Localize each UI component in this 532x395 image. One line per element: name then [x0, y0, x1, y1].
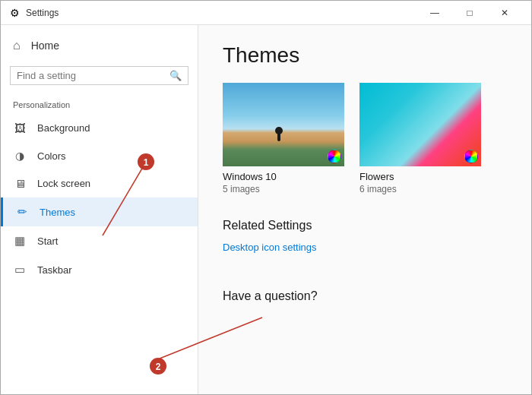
related-settings-title: Related Settings: [223, 219, 507, 232]
beach-figure: [277, 131, 280, 141]
title-bar: ⚙ Settings — □ ✕: [1, 1, 531, 25]
theme-count-flowers: 6 images: [359, 184, 481, 194]
theme-name-windows10: Windows 10: [223, 171, 344, 182]
nav-label-start: Start: [37, 235, 58, 247]
home-label: Home: [31, 40, 59, 52]
theme-card-flowers[interactable]: Flowers 6 images: [359, 83, 481, 194]
search-input[interactable]: [17, 70, 165, 81]
section-label: Personalization: [1, 91, 198, 114]
page-title: Themes: [223, 43, 507, 68]
theme-count-windows10: 5 images: [223, 184, 344, 194]
desktop-icon-settings-link[interactable]: Desktop icon settings: [223, 242, 317, 253]
window-title: Settings: [26, 8, 59, 18]
home-icon: ⌂: [13, 39, 21, 52]
theme-thumbnail-windows10: [223, 83, 344, 166]
background-icon: 🖼: [13, 122, 27, 134]
start-icon: ▦: [13, 234, 27, 248]
search-icon: 🔍: [169, 70, 182, 81]
window-controls: — □ ✕: [417, 1, 522, 25]
theme-thumbnail-flowers: [359, 83, 481, 166]
colors-icon: ◑: [13, 150, 27, 162]
sidebar-item-background[interactable]: 🖼 Background: [1, 114, 198, 142]
nav-label-taskbar: Taskbar: [37, 264, 72, 276]
sidebar-item-themes[interactable]: ✏ Themes: [1, 198, 198, 226]
color-wheel-win10: [328, 150, 341, 163]
nav-label-colors: Colors: [37, 150, 66, 162]
sidebar: ⌂ Home 🔍 Personalization 🖼 Background ◑: [1, 25, 198, 394]
nav-label-themes: Themes: [40, 207, 75, 218]
theme-name-flowers: Flowers: [359, 171, 481, 182]
themes-icon: ✏: [15, 205, 29, 219]
sidebar-item-colors[interactable]: ◑ Colors: [1, 142, 198, 169]
question-section: Have a question?: [223, 289, 507, 303]
color-wheel-flowers: [464, 150, 478, 163]
minimize-button[interactable]: —: [417, 1, 452, 25]
nav-label-lock-screen: Lock screen: [37, 178, 90, 189]
sidebar-item-start[interactable]: ▦ Start: [1, 226, 198, 255]
settings-icon: ⚙: [10, 7, 20, 19]
themes-grid: Windows 10 5 images Flowers 6 images: [223, 83, 507, 194]
question-title: Have a question?: [223, 289, 507, 303]
main-content: Themes Windows 10 5 images: [198, 25, 531, 394]
related-settings-section: Related Settings Desktop icon settings: [223, 219, 507, 271]
sidebar-item-lock-screen[interactable]: 🖥 Lock screen: [1, 169, 198, 198]
sidebar-item-home[interactable]: ⌂ Home: [1, 31, 198, 60]
lock-screen-icon: 🖥: [13, 177, 27, 190]
search-box[interactable]: 🔍: [10, 66, 188, 85]
sidebar-item-taskbar[interactable]: ▭ Taskbar: [1, 255, 198, 284]
nav-label-background: Background: [37, 122, 90, 134]
close-button[interactable]: ✕: [487, 1, 522, 25]
theme-card-windows10[interactable]: Windows 10 5 images: [223, 83, 344, 194]
taskbar-icon: ▭: [13, 263, 27, 276]
maximize-button[interactable]: □: [452, 1, 487, 25]
